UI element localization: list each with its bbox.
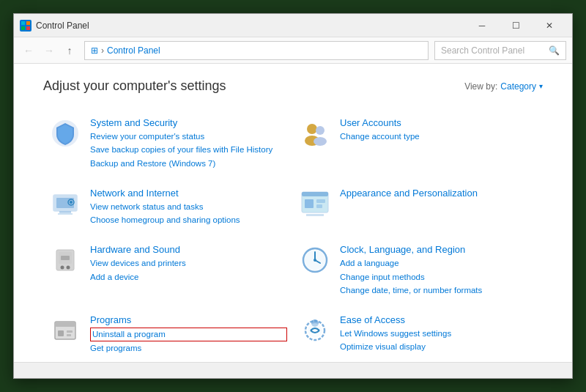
categories-grid: System and Security Review your computer…	[43, 108, 543, 362]
category-user-accounts: User Accounts Change account type	[293, 108, 543, 179]
breadcrumb-separator: ›	[101, 45, 104, 56]
category-network-internet: Network and Internet View network status…	[43, 179, 293, 236]
clock-language-info: Clock, Language, and Region Add a langua…	[340, 244, 537, 297]
ease-of-access-link-1[interactable]: Optimize visual display	[340, 341, 537, 353]
appearance-title[interactable]: Appearance and Personalization	[340, 188, 537, 199]
appearance-icon	[299, 188, 331, 220]
view-by-control: View by: Category ▾	[464, 81, 543, 92]
programs-link-uninstall[interactable]: Uninstall a program	[90, 328, 287, 341]
svg-rect-20	[306, 214, 324, 216]
svg-rect-2	[21, 26, 25, 30]
category-ease-of-access: Ease of Access Let Windows suggest setti…	[293, 306, 543, 362]
network-internet-link-1[interactable]: Choose homegroup and sharing options	[90, 214, 287, 226]
titlebar-icon	[20, 20, 31, 32]
category-system-security: System and Security Review your computer…	[43, 108, 293, 179]
search-bar[interactable]: Search Control Panel 🔍	[434, 41, 566, 60]
breadcrumb-home[interactable]: ⊞	[91, 45, 98, 56]
hardware-sound-link-0[interactable]: View devices and printers	[90, 257, 287, 270]
control-panel-window: Control Panel ─ ☐ ✕ ← → ↑ ⊞ › Control Pa…	[13, 13, 573, 379]
clock-language-icon	[299, 244, 331, 276]
page-title: Adjust your computer's settings	[43, 78, 226, 94]
system-security-link-1[interactable]: Save backup copies of your files with Fi…	[90, 144, 287, 156]
svg-point-24	[67, 266, 70, 270]
appearance-info: Appearance and Personalization	[340, 188, 537, 201]
svg-rect-3	[26, 26, 30, 30]
viewby-label: View by:	[464, 81, 497, 92]
network-internet-link-0[interactable]: View network status and tasks	[90, 201, 287, 213]
statusbar	[14, 362, 572, 378]
svg-rect-19	[316, 204, 322, 208]
network-internet-title[interactable]: Network and Internet	[90, 188, 287, 199]
svg-point-8	[314, 137, 327, 146]
svg-point-30	[314, 259, 316, 262]
breadcrumb: ⊞ › Control Panel	[84, 41, 429, 60]
up-button[interactable]: ↑	[61, 42, 78, 59]
svg-rect-17	[305, 199, 314, 208]
system-security-link-2[interactable]: Backup and Restore (Windows 7)	[90, 158, 287, 170]
svg-rect-33	[58, 330, 64, 336]
programs-link-get[interactable]: Get programs	[90, 342, 287, 355]
search-icon: 🔍	[549, 45, 560, 56]
svg-rect-34	[67, 330, 73, 333]
svg-rect-16	[302, 192, 328, 196]
user-accounts-icon	[299, 117, 331, 149]
ease-of-access-icon	[299, 314, 331, 347]
titlebar: Control Panel ─ ☐ ✕	[14, 14, 572, 37]
close-button[interactable]: ✕	[533, 14, 566, 37]
category-appearance: Appearance and Personalization	[293, 179, 543, 236]
hardware-sound-link-1[interactable]: Add a device	[90, 271, 287, 284]
svg-rect-35	[67, 334, 71, 336]
svg-rect-0	[21, 21, 25, 25]
system-security-title[interactable]: System and Security	[90, 117, 287, 128]
clock-language-title[interactable]: Clock, Language, and Region	[340, 244, 537, 255]
svg-rect-12	[58, 213, 73, 215]
system-security-link-0[interactable]: Review your computer's status	[90, 130, 287, 143]
user-accounts-link-0[interactable]: Change account type	[340, 130, 537, 143]
minimize-button[interactable]: ─	[465, 14, 499, 37]
forward-button[interactable]: →	[40, 42, 58, 59]
svg-point-38	[308, 323, 322, 338]
svg-rect-1	[26, 21, 30, 25]
category-clock-language: Clock, Language, and Region Add a langua…	[293, 235, 543, 306]
programs-links: Uninstall a program Get programs	[90, 328, 287, 355]
user-accounts-info: User Accounts Change account type	[340, 117, 537, 143]
svg-point-14	[70, 201, 73, 204]
svg-rect-32	[55, 322, 75, 327]
programs-icon	[49, 314, 81, 347]
viewby-value[interactable]: Category	[500, 81, 536, 92]
svg-rect-11	[59, 211, 71, 213]
ease-of-access-title[interactable]: Ease of Access	[340, 314, 537, 325]
titlebar-controls: ─ ☐ ✕	[465, 14, 566, 37]
svg-point-7	[316, 126, 324, 135]
chevron-down-icon[interactable]: ▾	[539, 82, 543, 90]
user-accounts-title[interactable]: User Accounts	[340, 117, 537, 128]
main-content: Adjust your computer's settings View by:…	[14, 64, 572, 362]
network-internet-info: Network and Internet View network status…	[90, 188, 287, 227]
content-header: Adjust your computer's settings View by:…	[43, 78, 543, 94]
hardware-sound-icon	[49, 244, 81, 276]
network-internet-links: View network status and tasks Choose hom…	[90, 201, 287, 227]
ease-of-access-links: Let Windows suggest settings Optimize vi…	[340, 328, 537, 354]
svg-point-5	[307, 124, 317, 134]
programs-info: Programs Uninstall a program Get program…	[90, 314, 287, 355]
hardware-sound-title[interactable]: Hardware and Sound	[90, 244, 287, 255]
search-placeholder: Search Control Panel	[441, 45, 544, 56]
system-security-icon	[49, 117, 81, 149]
maximize-button[interactable]: ☐	[499, 14, 533, 37]
clock-language-link-1[interactable]: Change input methods	[340, 271, 537, 284]
svg-rect-18	[316, 199, 325, 203]
breadcrumb-control-panel[interactable]: Control Panel	[107, 45, 160, 56]
ease-of-access-info: Ease of Access Let Windows suggest setti…	[340, 314, 537, 354]
network-internet-icon	[49, 188, 81, 220]
clock-language-link-0[interactable]: Add a language	[340, 257, 537, 270]
programs-title[interactable]: Programs	[90, 314, 287, 325]
ease-of-access-link-0[interactable]: Let Windows suggest settings	[340, 328, 537, 340]
svg-rect-25	[61, 256, 70, 260]
clock-language-link-2[interactable]: Change date, time, or number formats	[340, 284, 537, 297]
hardware-sound-links: View devices and printers Add a device	[90, 257, 287, 284]
category-hardware-sound: Hardware and Sound View devices and prin…	[43, 235, 293, 306]
svg-point-23	[61, 266, 64, 270]
back-button[interactable]: ←	[20, 42, 37, 59]
system-security-links: Review your computer's status Save backu…	[90, 130, 287, 170]
user-accounts-links: Change account type	[340, 130, 537, 143]
